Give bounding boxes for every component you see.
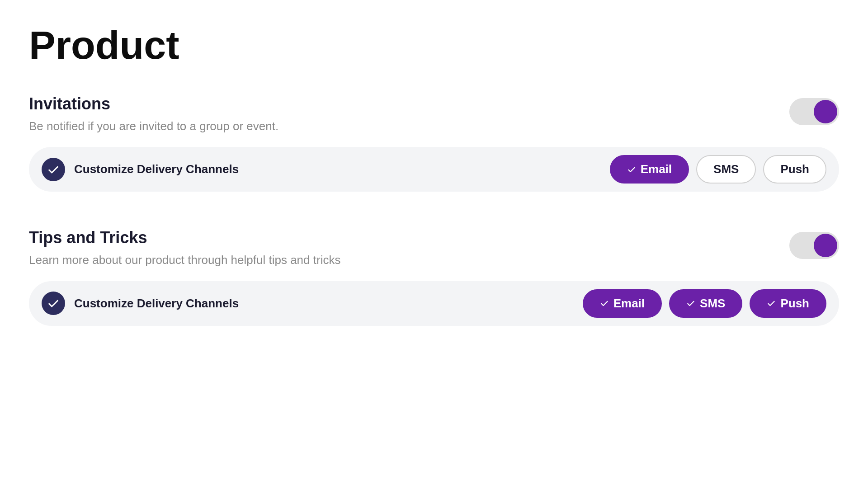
toggle-invitations[interactable] [789, 98, 839, 125]
channel-buttons-invitations: EmailSMSPush [610, 155, 826, 184]
channel-btn-invitations-push[interactable]: Push [763, 155, 826, 184]
section-invitations: InvitationsBe notified if you are invite… [29, 94, 839, 192]
section-description-invitations: Be notified if you are invited to a grou… [29, 118, 278, 134]
channel-btn-tips-and-tricks-email[interactable]: Email [583, 289, 662, 318]
delivery-label-invitations: Customize Delivery Channels [74, 162, 601, 176]
page-title: Product [29, 24, 839, 67]
toggle-thumb-tips-and-tricks [814, 234, 837, 257]
delivery-checkbox-invitations[interactable] [42, 158, 65, 181]
channel-btn-invitations-email[interactable]: Email [610, 155, 689, 184]
toggle-tips-and-tricks[interactable] [789, 232, 839, 259]
delivery-label-tips-and-tricks: Customize Delivery Channels [74, 297, 574, 311]
delivery-checkbox-tips-and-tricks[interactable] [42, 292, 65, 315]
toggle-thumb-invitations [814, 100, 837, 123]
section-description-tips-and-tricks: Learn more about our product through hel… [29, 252, 340, 268]
section-divider [29, 210, 839, 210]
channel-buttons-tips-and-tricks: Email SMS Push [583, 289, 826, 318]
delivery-row-invitations: Customize Delivery Channels EmailSMSPush [29, 147, 839, 192]
channel-btn-tips-and-tricks-sms[interactable]: SMS [669, 289, 742, 318]
section-title-invitations: Invitations [29, 94, 278, 113]
delivery-row-tips-and-tricks: Customize Delivery Channels Email SMS Pu… [29, 281, 839, 326]
channel-btn-tips-and-tricks-push[interactable]: Push [750, 289, 826, 318]
section-title-tips-and-tricks: Tips and Tricks [29, 228, 340, 247]
channel-btn-invitations-sms[interactable]: SMS [696, 155, 756, 184]
section-tips-and-tricks: Tips and TricksLearn more about our prod… [29, 228, 839, 325]
